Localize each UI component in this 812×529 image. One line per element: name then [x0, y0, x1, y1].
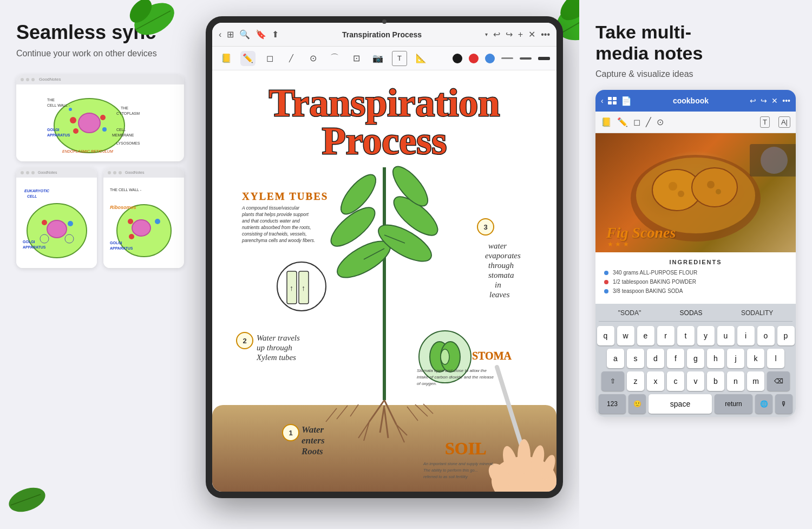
bookmark-icon[interactable]: 🔖 [256, 29, 266, 40]
key-a[interactable]: a [607, 349, 624, 368]
shapes-tool[interactable]: ⊙ [305, 51, 320, 66]
key-z[interactable]: z [627, 371, 644, 391]
share-icon[interactable]: ⬆ [272, 29, 279, 40]
crop-tool[interactable]: ⊡ [349, 51, 364, 66]
svg-point-4 [100, 115, 106, 120]
key-q[interactable]: q [597, 326, 614, 345]
key-p[interactable]: p [777, 326, 795, 345]
svg-line-74 [380, 406, 384, 433]
suggestion-2[interactable]: SODAS [676, 308, 707, 318]
key-b[interactable]: b [707, 371, 724, 391]
text-tool[interactable]: T [392, 51, 407, 66]
app-doc-icon[interactable]: 📄 [621, 96, 632, 106]
thumb-cell-1[interactable]: GoodNotes THE CELL WALL - [16, 75, 184, 161]
app-close-icon[interactable]: ✕ [771, 96, 778, 105]
key-n[interactable]: n [727, 371, 744, 391]
key-h[interactable]: h [707, 349, 724, 368]
key-return[interactable]: return [715, 394, 752, 414]
key-g[interactable]: g [687, 349, 704, 368]
redo-icon[interactable]: ↪ [506, 29, 513, 40]
thumb-dot [108, 171, 111, 174]
key-u[interactable]: u [717, 326, 735, 345]
key-x[interactable]: x [647, 371, 664, 391]
key-y[interactable]: y [697, 326, 715, 345]
recipe-stars: ★ ★ ★ [607, 240, 629, 248]
ingredient-text-2: 1/2 tablespoon BAKING POWDER [613, 279, 696, 285]
color-blue[interactable] [485, 54, 495, 63]
camera-tool[interactable]: 📷 [370, 51, 385, 66]
key-emoji[interactable]: 🙂 [628, 394, 646, 414]
pen-tool[interactable]: ✏️ [240, 51, 256, 66]
ruler-tool[interactable]: 📐 [414, 51, 429, 66]
key-mic[interactable]: 🎙 [775, 394, 793, 414]
key-w[interactable]: w [617, 326, 634, 345]
key-i[interactable]: i [737, 326, 755, 345]
suggestion-1[interactable]: "SODA" [614, 308, 646, 318]
grid-icon[interactable]: ⊞ [227, 29, 234, 40]
key-m[interactable]: m [747, 371, 764, 391]
app-grid-icon[interactable] [608, 97, 617, 105]
app-shapes-icon[interactable]: ⊙ [657, 117, 664, 127]
undo-icon[interactable]: ↩ [493, 29, 500, 40]
key-o[interactable]: o [757, 326, 775, 345]
notebook-icon[interactable]: 📒 [219, 51, 234, 66]
suggestion-3[interactable]: SODALITY [737, 308, 777, 318]
key-t[interactable]: t [677, 326, 695, 345]
more-icon[interactable]: ••• [541, 30, 550, 40]
app-handwriting-icon[interactable]: A| [778, 116, 790, 128]
app-more-icon[interactable]: ••• [782, 96, 790, 105]
key-delete[interactable]: ⌫ [767, 371, 790, 391]
key-123[interactable]: 123 [599, 394, 626, 414]
stroke-thick[interactable] [538, 57, 550, 60]
close-icon[interactable]: ✕ [528, 29, 535, 40]
color-red[interactable] [469, 54, 479, 63]
key-l[interactable]: l [767, 349, 784, 368]
key-f[interactable]: f [667, 349, 684, 368]
svg-text:GOLGI: GOLGI [47, 128, 60, 132]
svg-text:EUKARYOTIC: EUKARYOTIC [24, 189, 50, 193]
stroke-medium[interactable] [520, 57, 532, 60]
key-s[interactable]: s [627, 349, 644, 368]
stroke-thin[interactable] [501, 57, 513, 59]
app-pen-icon[interactable]: ✏️ [617, 117, 628, 127]
search-icon[interactable]: 🔍 [239, 29, 250, 40]
eraser-tool[interactable]: ◻ [262, 51, 277, 66]
key-shift[interactable]: ⇧ [601, 371, 624, 391]
app-redo-icon[interactable]: ↪ [761, 96, 767, 105]
app-notebook-icon[interactable]: 📒 [601, 117, 612, 127]
svg-text:water: water [488, 241, 507, 250]
key-j[interactable]: j [727, 349, 744, 368]
leaf-svg-top [125, 0, 179, 43]
thumb-dot [21, 171, 24, 174]
key-space[interactable]: space [649, 394, 712, 414]
key-v[interactable]: v [687, 371, 704, 391]
key-k[interactable]: k [747, 349, 764, 368]
app-highlighter-icon[interactable]: ╱ [646, 117, 651, 127]
svg-point-3 [73, 128, 78, 134]
svg-point-130 [761, 147, 788, 174]
app-text-icon[interactable]: T [760, 116, 770, 128]
svg-text:Roots: Roots [301, 446, 323, 456]
ingredient-dot-2 [604, 280, 608, 284]
key-r[interactable]: r [657, 326, 675, 345]
svg-text:Transpiration: Transpiration [269, 81, 500, 125]
svg-point-29 [132, 220, 150, 236]
color-black[interactable] [453, 54, 462, 63]
ingredients-title: INGREDIENTS [604, 259, 787, 265]
app-back-icon[interactable]: ‹ [601, 96, 604, 105]
key-globe[interactable]: 🌐 [755, 394, 772, 414]
app-eraser-icon[interactable]: ◻ [633, 117, 640, 127]
svg-text:GOLGI: GOLGI [23, 240, 35, 244]
add-icon[interactable]: + [518, 30, 523, 40]
pencil-tool[interactable]: ╱ [284, 51, 299, 66]
key-e[interactable]: e [637, 326, 654, 345]
app-undo-icon[interactable]: ↩ [750, 96, 756, 105]
thumb-cell-2[interactable]: GoodNotes EUKARYOTIC CELL GOLGI APPARATU… [16, 168, 97, 268]
lasso-tool[interactable]: ⌒ [327, 51, 342, 66]
thumb-ribosomes[interactable]: GoodNotes THE CELL WALL - Ribosomes GOLG… [103, 168, 184, 268]
key-c[interactable]: c [667, 371, 684, 391]
back-icon[interactable]: ‹ [219, 30, 221, 40]
svg-text:leaves: leaves [489, 290, 510, 299]
key-d[interactable]: d [647, 349, 664, 368]
keyboard-suggestions: "SODA" SODAS SODALITY [599, 308, 793, 322]
